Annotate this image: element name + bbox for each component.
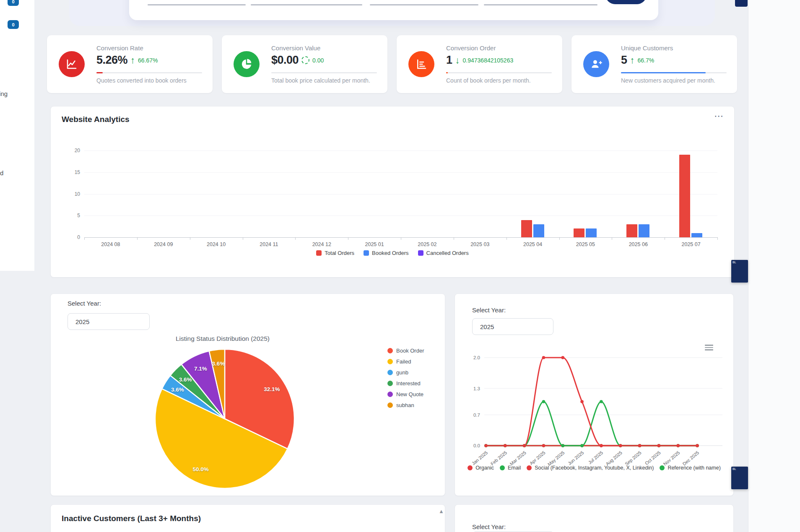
gridline	[84, 215, 717, 216]
axis-tick	[717, 237, 718, 240]
data-point[interactable]	[657, 444, 661, 447]
floating-widget[interactable]: BL	[731, 260, 748, 283]
data-point[interactable]	[676, 444, 680, 447]
legend-label: Reference (with name)	[668, 465, 720, 471]
stat-value: 5.26%	[96, 54, 127, 67]
legend-swatch	[387, 402, 393, 408]
axis-tick	[401, 237, 401, 240]
y-axis-label: 20	[59, 148, 80, 153]
data-point[interactable]	[580, 400, 584, 403]
data-point[interactable]	[580, 444, 584, 447]
sidebar-rail: 0 0 ting d	[0, 0, 34, 271]
stat-title: Conversion Rate	[96, 44, 143, 52]
stat-title: Conversion Order	[446, 44, 496, 52]
x-axis-label: Apr 2025	[529, 450, 546, 466]
filter-card	[129, 0, 658, 20]
filter-input[interactable]	[148, 4, 246, 5]
legend-item[interactable]: Cancelled Orders	[418, 250, 469, 256]
data-point[interactable]	[600, 444, 603, 447]
floating-widget[interactable]: BL	[731, 467, 748, 489]
legend-item[interactable]: Book Order	[387, 348, 424, 354]
legend-label: Organic	[475, 465, 494, 471]
data-point[interactable]	[561, 444, 564, 447]
y-axis-label: 15	[59, 169, 80, 175]
x-axis-label: Mar 2025	[509, 450, 527, 466]
sidebar-item-label[interactable]: d	[0, 169, 3, 176]
legend-item[interactable]: Reference (with name)	[660, 465, 720, 471]
sidebar-count-badge[interactable]: 0	[8, 20, 19, 29]
legend-item[interactable]: gunb	[387, 369, 424, 376]
progress-track	[621, 72, 727, 73]
data-point[interactable]	[638, 444, 642, 447]
filter-bar	[69, 0, 715, 26]
legend-item[interactable]: Booked Orders	[364, 250, 408, 256]
progress-track	[271, 72, 377, 73]
filter-input[interactable]	[251, 4, 362, 5]
legend-item[interactable]: subhan	[387, 402, 424, 408]
legend-item[interactable]: Organic	[468, 465, 494, 471]
bar-total-orders[interactable]	[626, 224, 637, 237]
axis-tick	[612, 237, 612, 240]
page-right-margin	[748, 0, 800, 532]
filter-input[interactable]	[370, 4, 478, 5]
filter-input[interactable]	[484, 4, 597, 5]
legend-swatch	[316, 250, 322, 256]
data-point[interactable]	[542, 400, 545, 403]
legend-swatch	[418, 250, 423, 256]
x-axis-label: May 2025	[547, 450, 566, 467]
data-point[interactable]	[542, 356, 545, 359]
x-axis-label: 2025 06	[615, 241, 661, 247]
pie-chart-icon	[234, 51, 260, 77]
legend-label: New Quote	[396, 391, 423, 397]
bar-booked-orders[interactable]	[691, 233, 702, 237]
progress-fill	[621, 72, 706, 73]
line-chart-legend: OrganicEmailSocial (Facebook, Instagram,…	[455, 465, 733, 471]
legend-item[interactable]: Social (Facebook, Instagram, Youtube, X,…	[527, 465, 654, 471]
bar-total-orders[interactable]	[679, 155, 690, 237]
floating-widget-fragment[interactable]	[735, 0, 748, 7]
data-point[interactable]	[696, 444, 699, 447]
collapse-triangle-icon[interactable]: ▲	[439, 508, 444, 514]
data-point[interactable]	[561, 356, 564, 359]
legend-item[interactable]: New Quote	[387, 391, 424, 397]
data-point[interactable]	[504, 444, 507, 447]
bar-booked-orders[interactable]	[639, 224, 649, 237]
bar-booked-orders[interactable]	[533, 224, 544, 237]
legend-item[interactable]: Failed	[387, 358, 424, 365]
sidebar-count-badge[interactable]: 0	[8, 0, 19, 6]
filter-submit-button[interactable]	[605, 0, 647, 4]
progress-fill	[96, 72, 103, 73]
data-point[interactable]	[619, 444, 622, 447]
select-year-label: Select Year:	[472, 523, 506, 530]
user-plus-icon	[583, 51, 609, 77]
legend-item[interactable]: Email	[500, 465, 521, 471]
sidebar-item-label[interactable]: ting	[0, 90, 8, 97]
trend-up-icon: ↑	[630, 56, 635, 65]
legend-swatch	[660, 465, 665, 470]
data-point[interactable]	[523, 444, 526, 447]
x-axis-label: 2025 05	[562, 241, 608, 247]
legend-swatch	[387, 348, 393, 353]
axis-tick	[506, 237, 507, 240]
trend-down-icon: ↓	[455, 56, 460, 65]
data-point[interactable]	[484, 444, 488, 447]
legend-item[interactable]: Interested	[387, 380, 424, 387]
y-axis-label: 0.0	[473, 443, 480, 448]
data-point[interactable]	[542, 444, 545, 447]
legend-label: subhan	[396, 402, 414, 408]
progress-track	[446, 72, 552, 73]
stat-description: Quotes converted into book orders	[96, 77, 187, 84]
legend-item[interactable]: Total Orders	[316, 250, 354, 256]
website-analytics-card: Website Analytics ⋯ 051015202024 082024 …	[50, 106, 735, 278]
x-axis-label: 2025 01	[351, 241, 397, 247]
line-series-email	[486, 402, 697, 446]
bar-booked-orders[interactable]	[586, 228, 597, 237]
bar-total-orders[interactable]	[574, 228, 584, 237]
axis-tick	[190, 237, 190, 240]
legend-label: Booked Orders	[372, 250, 408, 256]
listing-status-card: Select Year: Listing Status Distribution…	[50, 293, 445, 496]
data-point[interactable]	[600, 400, 603, 403]
x-axis-label: Sep 2025	[624, 450, 642, 466]
bar-total-orders[interactable]	[521, 220, 532, 237]
pending-circle-icon	[301, 56, 309, 64]
